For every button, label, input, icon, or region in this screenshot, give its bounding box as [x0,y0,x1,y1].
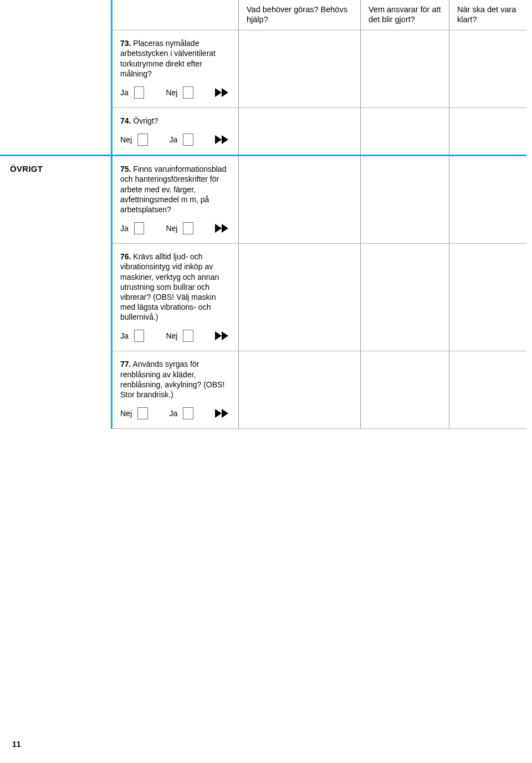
q76-col-who[interactable] [360,243,449,351]
svg-marker-0 [215,88,222,97]
q73-text: Placeras nymålade arbetsstycken i välven… [120,39,216,78]
svg-marker-6 [215,331,222,340]
q73-col-what[interactable] [238,30,360,107]
q73-left-empty [0,30,111,107]
header-text-when: När ska det vara klart? [457,5,516,24]
q77-ja-label: Ja [170,408,178,418]
q77-col-when[interactable] [449,351,526,429]
double-arrow-icon [215,224,231,233]
svg-marker-8 [215,409,222,418]
section-label-text: ÖVRIGT [10,164,43,173]
q74-ja-checkbox[interactable] [183,134,193,146]
section-label-ovrigt: ÖVRIGT [0,155,111,243]
q73-cell: 73. Placeras nymålade arbetsstycken i vä… [111,30,238,107]
q74-ja-label: Ja [170,135,178,145]
svg-marker-3 [222,135,228,144]
q74-nej-label: Nej [120,135,132,145]
header-question-col [111,0,238,30]
q76-text: Krävs alltid ljud- och vibrationsintyg v… [120,252,219,321]
q73-col-when[interactable] [449,30,526,107]
svg-marker-1 [222,88,228,97]
svg-marker-2 [215,135,222,144]
q77-text: Används syrgas för renblåsning av kläder… [120,360,224,399]
q75-text: Finns varuinformationsblad och hantering… [120,165,226,214]
q73-ja-checkbox[interactable] [134,86,145,99]
double-arrow-icon [215,331,231,340]
q77-ja-checkbox[interactable] [183,407,193,419]
header-col-what: Vad behöver göras? Behövs hjälp? [238,0,360,30]
q75-col-who[interactable] [360,155,449,243]
q73-nej-checkbox[interactable] [183,86,193,99]
q76-ja-label: Ja [120,331,129,341]
q73-answers: Ja Nej [120,86,231,99]
header-text-who: Vem ansvarar för att det blir gjort? [369,5,441,24]
double-arrow-icon [215,409,231,418]
q74-col-what[interactable] [238,107,360,155]
svg-marker-7 [222,331,228,340]
q77-nej-label: Nej [120,408,132,418]
q76-answers: Ja Nej [120,330,231,342]
q77-cell: 77. Används syrgas för renblåsning av kl… [111,351,238,429]
q77-left-empty [0,351,111,429]
double-arrow-icon [215,135,231,144]
q76-nej-checkbox[interactable] [183,330,193,342]
q76-col-when[interactable] [449,243,526,351]
q75-num: 75. [120,165,131,173]
q73-ja-label: Ja [120,88,129,98]
q73-num: 73. [120,39,131,48]
q75-ja-label: Ja [120,223,129,233]
header-col-when: När ska det vara klart? [449,0,526,30]
q75-col-when[interactable] [449,155,526,243]
q77-col-what[interactable] [238,351,360,429]
double-arrow-icon [215,88,231,97]
q74-nej-checkbox[interactable] [137,134,148,146]
q74-left-empty [0,107,111,155]
q74-col-when[interactable] [449,107,526,155]
q77-nej-checkbox[interactable] [137,407,148,419]
q76-left-empty [0,243,111,351]
svg-marker-5 [222,224,228,233]
q76-num: 76. [120,252,131,261]
q77-answers: Nej Ja [120,407,231,419]
q77-col-who[interactable] [360,351,449,429]
q77-num: 77. [120,360,131,368]
q74-answers: Nej Ja [120,134,231,146]
q74-cell: 74. Övrigt? Nej Ja [111,107,238,155]
q75-nej-label: Nej [166,223,177,233]
checklist-grid: Vad behöver göras? Behövs hjälp? Vem ans… [0,0,532,429]
q74-text: Övrigt? [133,116,158,125]
header-text-what: Vad behöver göras? Behövs hjälp? [247,5,347,24]
q74-num: 74. [120,116,131,125]
q75-col-what[interactable] [238,155,360,243]
svg-marker-9 [222,409,228,418]
q75-ja-checkbox[interactable] [134,222,145,234]
q75-cell: 75. Finns varuinformationsblad och hante… [111,155,238,243]
q76-nej-label: Nej [166,331,177,341]
q74-col-who[interactable] [360,107,449,155]
svg-marker-4 [215,224,222,233]
checklist-page: Vad behöver göras? Behövs hjälp? Vem ans… [0,0,532,763]
header-col-who: Vem ansvarar för att det blir gjort? [360,0,449,30]
page-number: 11 [12,740,21,749]
q73-nej-label: Nej [166,88,177,98]
q75-nej-checkbox[interactable] [183,222,193,234]
hdr-empty-1 [0,0,111,30]
q76-cell: 76. Krävs alltid ljud- och vibrationsint… [111,243,238,351]
q73-col-who[interactable] [360,30,449,107]
q76-ja-checkbox[interactable] [134,330,145,342]
q76-col-what[interactable] [238,243,360,351]
q75-answers: Ja Nej [120,222,231,234]
